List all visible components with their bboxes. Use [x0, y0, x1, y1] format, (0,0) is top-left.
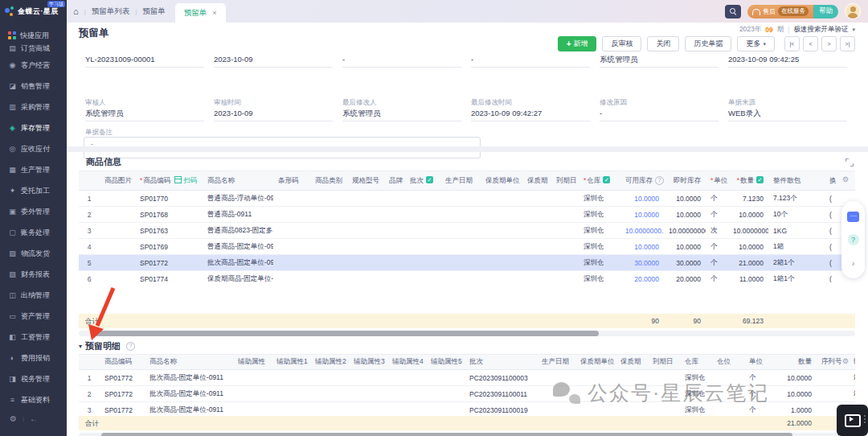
help-icon[interactable]: ? [126, 342, 135, 351]
scrollbar-thumb[interactable] [101, 433, 792, 436]
table-cell[interactable]: 10.0000000000 [664, 223, 706, 239]
search-button[interactable] [725, 5, 741, 19]
table-cell[interactable]: SP01769 [135, 239, 203, 255]
table-cell[interactable] [349, 402, 387, 417]
sidebar-item-sales[interactable]: ◪销售管理 [0, 76, 67, 97]
table-cell[interactable] [310, 223, 347, 239]
table-cell[interactable]: 个 [706, 207, 728, 223]
table-cell[interactable]: 7.123个 [768, 191, 825, 207]
sidebar-item-ar-ap[interactable]: ◎应收应付 [0, 138, 67, 159]
table-cell[interactable]: 深圳仓 [579, 207, 620, 223]
table-cell[interactable]: 深圳仓 [579, 191, 620, 207]
table-cell[interactable] [273, 239, 310, 255]
table-cell[interactable] [272, 386, 310, 402]
table-cell[interactable] [551, 239, 579, 255]
table-cell[interactable] [426, 370, 465, 386]
table-cell[interactable] [405, 207, 440, 223]
table-cell[interactable] [347, 223, 384, 239]
checkbox-icon[interactable]: ✓ [603, 176, 610, 183]
table-cell[interactable] [551, 223, 579, 239]
table-cell[interactable] [481, 271, 522, 283]
column-settings-gear-icon[interactable]: ⚙ [842, 357, 849, 365]
table-cell[interactable] [384, 255, 405, 271]
table-cell[interactable] [384, 239, 405, 255]
table-cell[interactable] [405, 223, 440, 239]
table-cell[interactable]: SP01768 [135, 207, 203, 223]
checkbox-icon[interactable]: ✓ [756, 176, 764, 183]
table-cell[interactable] [440, 223, 481, 239]
table-cell[interactable] [405, 191, 440, 207]
table-cell[interactable]: SP01772 [135, 255, 203, 271]
table-cell[interactable]: 次 [706, 223, 728, 239]
table-cell[interactable] [522, 223, 551, 239]
table-cell[interactable] [310, 402, 349, 417]
table-cell[interactable] [440, 191, 481, 207]
table-cell[interactable] [481, 191, 522, 207]
table-cell[interactable]: 普通商品-浮动单位-0911 [203, 191, 273, 207]
sidebar-item-outsourcing[interactable]: ▣委外管理 [0, 201, 67, 222]
table-cell[interactable]: 20.0000 [664, 271, 706, 283]
table-cell[interactable] [310, 191, 347, 207]
table-cell[interactable]: 批次商品-固定单位-0911 [145, 386, 233, 402]
table-cell[interactable] [405, 255, 440, 271]
fullscreen-expand-icon[interactable] [845, 158, 854, 167]
sidebar-item-consign-processing[interactable]: ✦受托加工 [0, 180, 67, 201]
table-cell[interactable] [481, 207, 522, 223]
scan-icon[interactable] [174, 176, 182, 183]
table-cell[interactable] [551, 191, 579, 207]
table-cell[interactable]: 箱 [849, 370, 855, 386]
table-cell[interactable]: 个 [706, 191, 728, 207]
table-cell[interactable] [426, 386, 465, 402]
table-cell[interactable] [100, 191, 135, 207]
table-cell[interactable]: SP01772 [100, 402, 145, 417]
table-cell[interactable]: 个 [706, 255, 728, 271]
table-cell[interactable]: PC2023091100019 [465, 402, 537, 417]
table-cell[interactable] [100, 255, 135, 271]
after-sales-service[interactable]: 售后 在线服务 [747, 5, 813, 19]
table-cell[interactable] [310, 239, 347, 255]
table-cell[interactable]: 10.0000 [620, 207, 664, 223]
table-cell[interactable]: 批次商品-固定单位-0911 [145, 370, 233, 386]
table-cell[interactable] [273, 271, 310, 283]
table-cell[interactable]: 10.0000 [620, 191, 664, 207]
table-cell[interactable]: 10.0000 [620, 239, 664, 255]
table-cell[interactable]: 保质期商品-固定单位-0911 [203, 271, 273, 283]
table-cell[interactable]: SP01774 [135, 271, 203, 283]
table-cell[interactable]: 深圳仓 [579, 223, 620, 239]
table-cell[interactable]: 10.0000 [728, 239, 768, 255]
sidebar-item-base-data[interactable]: ≡基础资料 [0, 389, 67, 410]
table-cell[interactable]: 1箱 [768, 239, 825, 255]
table-cell[interactable]: 普通商品-固定单位-0911 [203, 239, 273, 255]
table-cell[interactable] [310, 271, 347, 283]
table-cell[interactable] [100, 239, 135, 255]
table-cell[interactable]: 普通商品0823-固定多单位 [203, 223, 273, 239]
table-cell[interactable] [481, 239, 522, 255]
pager-next-button[interactable]: > [821, 36, 837, 51]
table-cell[interactable] [440, 255, 481, 271]
table-cell[interactable]: 普通商品-0911 [203, 207, 273, 223]
sidebar-item-payroll[interactable]: ◧工资管理 [0, 327, 67, 348]
chat-message-icon[interactable]: ⋯ [847, 212, 859, 222]
table-cell[interactable] [310, 370, 349, 386]
table-cell[interactable]: 30.0000 [620, 255, 664, 271]
table-cell[interactable] [347, 207, 384, 223]
table-cell[interactable]: 批次商品-固定单位-0911 [203, 255, 273, 271]
table-cell[interactable] [233, 370, 272, 386]
table-cell[interactable]: SP01772 [100, 370, 145, 386]
table-cell[interactable]: 30.0000 [664, 255, 706, 271]
table-cell[interactable] [384, 223, 405, 239]
pager-last-button[interactable]: >| [840, 36, 855, 51]
collapse-caret-icon[interactable]: ▾ [79, 343, 82, 350]
table-cell[interactable] [100, 223, 135, 239]
table-cell[interactable] [522, 191, 551, 207]
sidebar-item-inventory[interactable]: ◈库存管理 [0, 117, 67, 138]
sidebar-item-financial-reports[interactable]: ▧财务报表 [0, 264, 67, 285]
table-cell[interactable]: 2 [79, 386, 100, 402]
table-cell[interactable] [347, 191, 384, 207]
table-cell[interactable]: 1KG [768, 223, 825, 239]
table-cell[interactable]: 7.1230 [728, 191, 768, 207]
sidebar-item-tax[interactable]: ◨税务管理 [0, 368, 67, 389]
table-cell[interactable] [349, 386, 387, 402]
help-button[interactable]: 帮助 [813, 5, 838, 19]
sidebar-item-quick-apps[interactable]: 快捷应用 [0, 29, 67, 42]
